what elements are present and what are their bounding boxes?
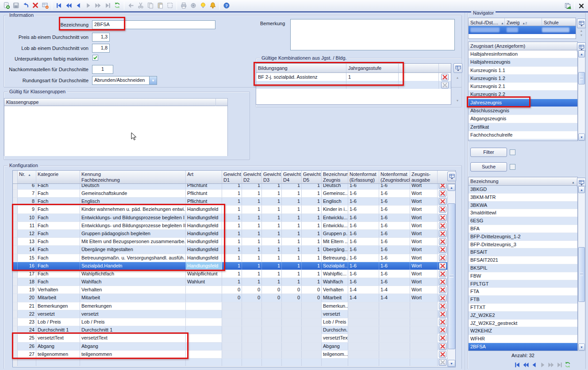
konfig-cell-d3[interactable] — [262, 343, 282, 350]
konfig-cell-zeugnis[interactable]: Übergäng... — [322, 246, 348, 253]
konfig-col-art[interactable]: Art — [186, 171, 222, 183]
konfig-cell-d2[interactable]: 1 — [242, 214, 262, 221]
konfig-cell-nf-erfassung[interactable]: 1-6 — [348, 214, 379, 221]
scroll-down-arrow[interactable]: ▼ — [578, 343, 585, 351]
delete-row-button[interactable] — [439, 206, 446, 213]
konfig-cell-d3[interactable] — [262, 359, 282, 366]
konfig-cell-nr[interactable]: 16 — [18, 262, 36, 270]
konfig-cell-kennung[interactable]: Lob / Preis — [80, 318, 186, 326]
konfig-cell-d1[interactable] — [222, 334, 242, 342]
konfig-cell-d3[interactable]: 1 — [262, 214, 282, 221]
konfig-cell-d2[interactable] — [242, 359, 262, 366]
konfig-cell-nr[interactable]: 6 — [18, 184, 36, 189]
delete-row-button[interactable] — [439, 311, 446, 317]
konfig-cell-d3[interactable] — [262, 351, 282, 358]
konfig-cell-zeugnis[interactable]: Betreuung... — [322, 254, 348, 262]
konfig-cell-zeugnis[interactable]: versetzt — [322, 310, 348, 318]
nav-prev-fast-icon[interactable] — [64, 1, 73, 11]
konfig-cell-d4[interactable] — [282, 359, 302, 366]
konfig-cell-zeugnis[interactable] — [322, 359, 348, 366]
konfig-cell-d2[interactable]: 1 — [242, 198, 262, 205]
list-item-bfp-drittelzeugnis_3[interactable]: BFP-Drittelzeugnis_3 — [469, 241, 577, 249]
scroll-up-arrow[interactable]: ▲ — [578, 50, 585, 57]
konfig-cell-d1[interactable] — [222, 326, 242, 334]
dataset-remove-icon[interactable] — [40, 1, 50, 11]
konfig-cell-zeugnisausgabe[interactable]: Wort — [410, 206, 438, 213]
konfig-cell-zeugnis[interactable]: Lob / Preis — [322, 318, 348, 326]
nav-next-fast-icon[interactable] — [93, 1, 103, 11]
konfig-cell-kennung[interactable]: Übergänge mitgestalten — [80, 246, 186, 253]
konfig-cell-zeugnis[interactable]: Mit Eltern ... — [322, 238, 348, 245]
konfig-cell-art[interactable]: Handlungsfeld — [186, 238, 222, 245]
konfig-row-new[interactable] — [13, 359, 455, 366]
export-icon[interactable] — [563, 1, 573, 11]
konfig-cell-kennung[interactable]: Entwicklungs- und Bildungsprozesse begle… — [80, 214, 186, 221]
konfig-cell-zeugnis[interactable]: Mitarbeit — [322, 294, 348, 301]
konfig-cell-kategorie[interactable]: Fach — [36, 190, 80, 197]
konfig-cell-art[interactable] — [186, 343, 222, 350]
konfig-cell-d4[interactable] — [282, 334, 302, 342]
konfig-cell-zeugnis[interactable]: Wahlpflic... — [322, 270, 348, 278]
list-item-wfhr[interactable]: WFHR — [469, 335, 577, 343]
konfig-cell-zeugnisausgabe[interactable] — [410, 334, 438, 342]
konfig-cell-kennung[interactable]: Verhalten — [80, 286, 186, 294]
konfig-cell-zeugnisausgabe[interactable] — [410, 359, 438, 366]
konfig-cell-kennung[interactable]: Englisch — [80, 198, 186, 205]
help-icon[interactable]: ? — [222, 1, 231, 11]
list-item-3bkm-mtr[interactable]: 3BKM-MTR — [469, 194, 577, 202]
delete-row-button[interactable] — [439, 351, 446, 358]
konfig-cell-nr[interactable]: 22 — [18, 310, 36, 318]
konfig-cell-kategorie[interactable]: teilgenommen — [36, 351, 80, 358]
konfig-cell-kennung[interactable]: Bemerkungen — [80, 302, 186, 310]
konfig-cell-d5[interactable]: 1 — [302, 278, 322, 286]
delete-row-button[interactable] — [439, 278, 446, 285]
list-item-abschlusszeugnis[interactable]: Abschlusszeugnis — [469, 107, 577, 115]
konfig-cell-kategorie[interactable]: Fach — [36, 214, 80, 221]
nav-first-icon[interactable] — [54, 1, 64, 11]
konfiguration-column-chooser-button[interactable] — [447, 172, 456, 181]
konfig-col-zeugnisausgabe[interactable]: Zeugnis-ausgabe — [410, 171, 438, 183]
konfig-cell-d1[interactable] — [222, 359, 242, 366]
konfig-cell-nf-zeugnisdruck[interactable] — [379, 318, 410, 326]
konfig-cell-d2[interactable]: 1 — [242, 206, 262, 213]
konfig-cell-d3[interactable] — [262, 334, 282, 342]
list-item-halbjahresinformation[interactable]: Halbjahresinformation — [469, 50, 577, 58]
konfig-cell-zeugnisausgabe[interactable]: Wort — [410, 294, 438, 301]
konfig-cell-d2[interactable] — [242, 310, 262, 318]
konfig-cell-nf-zeugnisdruck[interactable] — [379, 351, 410, 358]
konfig-cell-kategorie[interactable]: Verhalten — [36, 286, 80, 294]
konfig-cell-d4[interactable]: 1 — [282, 184, 302, 189]
konfig-cell-d4[interactable]: 1 — [282, 222, 302, 229]
konfig-cell-nf-erfassung[interactable] — [348, 310, 379, 318]
school-col-zweig[interactable]: Zweig2 — [505, 18, 542, 26]
bezeichnung-input[interactable]: 2BFSA — [92, 20, 215, 29]
konfig-cell-nf-erfassung[interactable]: 1-6 — [348, 270, 379, 278]
konfig-cell-nr[interactable]: 9 — [18, 206, 36, 213]
konfig-col-d2[interactable]: GewichtD2 — [242, 171, 262, 183]
arrow-left-icon[interactable] — [126, 1, 136, 11]
konfig-cell-zeugnis[interactable]: Entwicklu... — [322, 222, 348, 229]
konfig-cell-nf-erfassung[interactable] — [348, 318, 379, 326]
konfig-cell-kategorie[interactable]: Fach — [36, 206, 80, 213]
konfig-cell-d4[interactable]: 1 — [282, 198, 302, 205]
konfig-cell-d5[interactable]: 1 — [302, 270, 322, 278]
konfig-cell-d3[interactable]: 1 — [262, 190, 282, 197]
konfig-cell-d5[interactable]: 1 — [302, 206, 322, 213]
konfig-cell-d2[interactable]: 1 — [242, 190, 262, 197]
school-scroll-up[interactable]: ▲ — [578, 28, 585, 33]
suche-checkbox[interactable] — [510, 164, 515, 170]
list-item-zertifikat[interactable]: Zertifikat — [469, 123, 577, 131]
konfig-cell-d5[interactable]: 0 — [302, 294, 322, 301]
konfig-cell-zeugnisausgabe[interactable]: Wort — [410, 278, 438, 286]
konfig-cell-art[interactable]: Handlungsfeld — [186, 230, 222, 237]
konfig-cell-nr[interactable]: 13 — [18, 238, 36, 245]
rundungsart-select[interactable]: Abrunden/Abschneiden ▼ — [92, 76, 157, 85]
scroll-down-arrow[interactable]: ▼ — [448, 360, 455, 367]
konfig-cell-art[interactable] — [186, 286, 222, 294]
konfig-cell-zeugnis[interactable]: Entwicklu... — [322, 214, 348, 221]
konfig-cell-nr[interactable]: 18 — [18, 278, 36, 286]
konfig-cell-zeugnisausgabe[interactable] — [410, 310, 438, 318]
konfig-cell-d5[interactable] — [302, 351, 322, 358]
konfig-col-nf_erfassung[interactable]: Notenformat(Erfassung) — [348, 171, 379, 183]
konfig-cell-kennung[interactable]: Wahlpflichtfach — [80, 270, 186, 278]
